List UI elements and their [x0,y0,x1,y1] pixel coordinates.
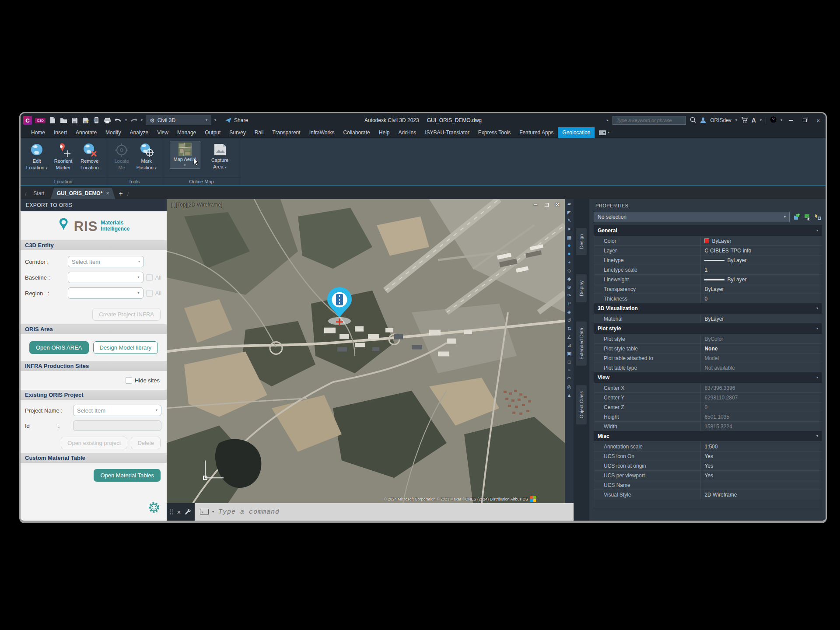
oris-settings-gear-icon[interactable] [147,501,161,515]
tool-icon-15[interactable]: ↺ [567,317,571,323]
prop-row-plot-style-table[interactable]: Plot style tableNone [594,343,822,353]
user-avatar-icon[interactable] [700,117,706,124]
prop-row-material[interactable]: MaterialByLayer [594,314,822,323]
undo-dropdown-icon[interactable]: ▾ [125,119,127,122]
tab-annotate[interactable]: Annotate [71,127,101,138]
prop-row-linetype-scale[interactable]: Linetype scale1 [594,265,822,274]
tab-express-tools[interactable]: Express Tools [474,127,515,138]
save-as-icon[interactable] [81,116,89,124]
project-name-select[interactable]: Select Item ▾ [73,405,161,416]
workspace-switcher[interactable]: ⚙ Civil 3D ▾ [146,116,211,125]
tool-icon-16[interactable]: ⇅ [567,326,571,332]
prop-row-ucs-icon-origin[interactable]: UCS icon at originYes [594,461,822,470]
redo-dropdown-icon[interactable]: ▾ [141,119,143,122]
tool-icon-1[interactable]: ▰ [567,201,571,207]
design-model-library-button[interactable]: Design Model library [93,341,158,354]
tool-icon-23[interactable]: ◎ [567,384,571,390]
tool-icon-2[interactable]: ◤ [567,209,571,215]
tab-manage[interactable]: Manage [173,127,200,138]
edit-location-button[interactable]: Edit Location ▾ [24,141,49,172]
tool-icon-19[interactable]: ▣ [567,350,571,357]
search-input[interactable] [616,117,683,123]
region-select[interactable]: ▾ [68,287,144,299]
command-close-icon[interactable]: × [177,508,181,516]
tool-icon-12[interactable]: ↷ [567,292,571,298]
user-menu-caret-icon[interactable]: ▾ [735,119,737,122]
prop-row-center-z[interactable]: Center Z0 [594,402,822,412]
tab-object-class[interactable]: Object Class [576,385,587,424]
tool-icon-14[interactable]: ◈ [567,309,571,315]
tool-icon-10[interactable]: ◆ [567,276,571,282]
undo-icon[interactable] [114,116,122,124]
prop-row-plot-style[interactable]: Plot styleByColor [594,334,822,343]
tool-icon-13[interactable]: P [567,301,570,307]
locate-me-button[interactable]: Locate Me [110,141,134,172]
command-input[interactable] [217,508,568,516]
prop-row-thickness[interactable]: Thickness0 [594,294,822,303]
minimize-button[interactable] [786,116,796,124]
prop-row-ucs-per-viewport[interactable]: UCS per viewportYes [594,470,822,480]
prop-row-center-x[interactable]: Center X837396.3396 [594,383,822,392]
open-file-icon[interactable] [60,116,67,124]
prop-row-visual-style[interactable]: Visual Style2D Wireframe [594,490,822,499]
print-icon[interactable] [103,116,111,124]
tool-icon-3[interactable]: ↖ [567,217,571,224]
select-objects-icon[interactable] [804,213,812,221]
tab-geolocation[interactable]: Geolocation [558,127,595,138]
new-file-icon[interactable] [49,116,56,124]
command-wrench-icon[interactable] [184,508,191,515]
tab-modify[interactable]: Modify [101,127,125,138]
tab-view[interactable]: View [153,127,173,138]
tab-close-icon[interactable]: × [106,190,109,196]
tool-icon-globe-1[interactable]: ● [567,242,571,248]
civil3d-logo-icon[interactable]: C [23,116,32,125]
cart-icon[interactable] [741,117,748,124]
reorient-marker-button[interactable]: Reorient Marker [50,141,76,172]
search-icon[interactable] [690,117,696,124]
tab-design[interactable]: Design [576,228,587,255]
tab-addins[interactable]: Add-ins [394,127,420,138]
prop-row-plot-table-attached[interactable]: Plot table attached toModel [594,353,822,363]
transfer-icon[interactable] [92,116,100,124]
region-all-checkbox[interactable] [146,290,153,297]
tab-document[interactable]: GUI_ORIS_DEMO* × [51,188,116,199]
tool-icon-11[interactable]: ⊕ [567,284,571,290]
viewport-controls-label[interactable]: [-][Top][2D Wireframe] [171,202,222,208]
tab-extended-data[interactable]: Extended Data [576,322,587,366]
tab-infraworks[interactable]: InfraWorks [305,127,339,138]
ribbon-display-toggle[interactable]: ▾ [595,127,614,138]
map-restore-icon[interactable] [545,203,549,207]
tool-icon-20[interactable]: □ [568,359,571,365]
open-material-tables-button[interactable]: Open Material Tables [94,469,161,482]
share-button[interactable]: Share [225,117,248,123]
command-input-area[interactable]: > ▾ [195,503,574,521]
prop-row-ucs-icon-on[interactable]: UCS icon OnYes [594,451,822,461]
prop-row-transparency[interactable]: TransparencyByLayer [594,284,822,294]
tool-icon-9[interactable]: ◇ [567,267,571,273]
prop-row-width[interactable]: Width15815.3224 [594,421,822,431]
help-search[interactable] [612,116,686,125]
open-oris-area-button[interactable]: Open ORIS AREA [29,341,89,354]
prop-row-ucs-name[interactable]: UCS Name [594,480,822,490]
tab-featured-apps[interactable]: Featured Apps [515,127,558,138]
tab-rail[interactable]: Rail [250,127,268,138]
help-icon[interactable]: ? [770,116,777,124]
open-existing-project-button[interactable]: Open existing project [61,437,127,449]
qat-overflow-icon[interactable]: ▾ [214,119,216,122]
help-caret-icon[interactable]: ▾ [780,119,782,122]
prop-row-linetype[interactable]: LinetypeByLayer [594,255,822,265]
tab-display[interactable]: Display [576,274,587,302]
prop-row-color[interactable]: ColorByLayer [594,236,822,245]
redo-icon[interactable] [130,116,138,124]
tool-icon-18[interactable]: ⊿ [567,342,571,348]
corridor-select[interactable]: Select Item ▾ [68,256,144,267]
autodesk-a-icon[interactable]: A [752,117,756,124]
command-prompt-icon[interactable]: > [200,509,209,515]
a-menu-caret-icon[interactable]: ▾ [760,119,762,122]
create-project-infra-button[interactable]: Create Project INFRA [92,308,161,321]
restore-button[interactable] [800,116,809,124]
command-history-caret-icon[interactable]: ▾ [212,510,214,514]
baseline-select[interactable]: ▾ [68,272,144,283]
section-plot-style[interactable]: Plot style▾ [594,323,822,334]
tab-isybau-translator[interactable]: ISYBAU-Translator [420,127,474,138]
